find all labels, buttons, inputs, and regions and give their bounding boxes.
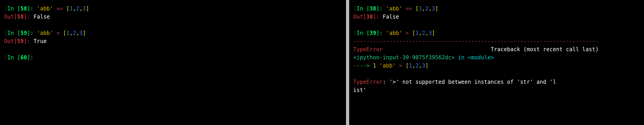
divider-handle-icon <box>346 0 349 4</box>
pane-divider[interactable] <box>346 0 349 125</box>
ipython-output-line: Out[58]: False <box>4 13 342 21</box>
ipython-input-line: [In [59]: 'abb' > [1,2,3] <box>4 29 342 37</box>
blank-line <box>353 70 640 78</box>
ipython-output-line: Out[38]: False <box>353 13 640 21</box>
traceback-error-message: TypeError: '>' not supported between ins… <box>353 78 640 94</box>
ipython-input-line: [In [60]: <box>4 54 342 62</box>
traceback-code-line: ----> 1 'abb' > [1,2,3] <box>353 62 640 70</box>
traceback-header: TypeError Traceback (most recent call la… <box>353 45 640 54</box>
terminal-pane-right[interactable]: [In [38]: 'abb' == [1,2,3]Out[38]: False… <box>349 0 644 125</box>
ipython-input-line: [In [58]: 'abb' == [1,2,3] <box>4 4 342 13</box>
traceback-location: <ipython-input-39-9075f39562dc> in <modu… <box>353 54 640 62</box>
blank-line <box>4 45 342 54</box>
ipython-input-line: [In [38]: 'abb' == [1,2,3] <box>353 4 640 13</box>
blank-line <box>4 21 342 29</box>
traceback-separator: ----------------------------------------… <box>353 37 640 45</box>
terminal-pane-left[interactable]: [In [58]: 'abb' == [1,2,3]Out[58]: False… <box>0 0 346 125</box>
ipython-input-line: [In [39]: 'abb' > [1,2,3] <box>353 29 640 37</box>
blank-line <box>353 21 640 29</box>
ipython-output-line: Out[59]: True <box>4 37 342 45</box>
